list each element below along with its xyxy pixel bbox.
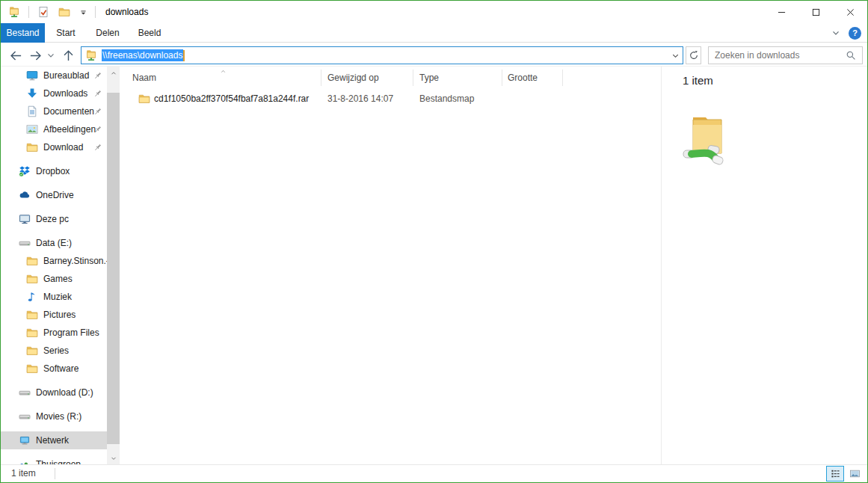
ribbon-tab-bar: Bestand Start Delen Beeld (1, 23, 867, 43)
column-header-grootte[interactable]: Grootte (508, 73, 538, 83)
sidebar-item-label: Thuisgroep (36, 459, 81, 464)
sidebar-scrollbar[interactable] (107, 67, 120, 464)
network-folder-large-icon (678, 110, 741, 173)
help-button[interactable]: ? (849, 27, 861, 40)
up-button[interactable] (59, 47, 77, 64)
file-row[interactable]: cd1f1050ba2ff370f54fbaf7a81a244f.rar 31-… (120, 90, 662, 107)
refresh-button[interactable] (686, 46, 701, 64)
pin-icon (93, 143, 102, 153)
folder-icon (26, 273, 38, 285)
help-glyph: ? (852, 28, 858, 37)
sidebar-item-dropbox[interactable]: Dropbox (1, 162, 107, 180)
search-input[interactable] (709, 50, 846, 61)
caption-buttons (764, 1, 867, 23)
column-divider[interactable] (321, 70, 321, 86)
tab-bestand[interactable]: Bestand (1, 23, 45, 43)
qat-customize-button[interactable] (77, 4, 89, 20)
details-view-button[interactable] (826, 466, 844, 482)
desktop-icon (26, 70, 38, 81)
sidebar-item-documenten[interactable]: Documenten (1, 102, 107, 120)
file-type: Bestandsmap (419, 93, 474, 104)
pin-icon (93, 71, 102, 81)
sidebar-item-movies-r[interactable]: Movies (R:) (1, 407, 107, 425)
sidebar-item-games[interactable]: Games (1, 270, 107, 288)
chevron-down-icon (110, 455, 117, 462)
sidebar-item-label: Muziek (43, 292, 72, 302)
sidebar-item-label: Pictures (43, 310, 76, 320)
search-icon[interactable] (846, 50, 856, 61)
tab-beeld[interactable]: Beeld (129, 23, 170, 43)
sidebar-item-series[interactable]: Series (1, 342, 107, 360)
sidebar-item-barney-stinson[interactable]: Barney.Stinson.- (1, 252, 107, 270)
sidebar-item-data-e[interactable]: Data (E:) (1, 234, 107, 252)
drive-icon (19, 410, 31, 422)
download-arrow-icon (26, 87, 38, 99)
sidebar-item-download-d[interactable]: Download (D:) (1, 384, 107, 402)
sidebar-item-label: Series (43, 345, 69, 356)
window-title: downloads (105, 7, 148, 17)
sidebar-item-afbeeldingen[interactable]: Afbeeldingen (1, 120, 107, 138)
recent-locations-button[interactable] (46, 50, 56, 61)
tab-delen[interactable]: Delen (87, 23, 129, 43)
sidebar-item-downloads[interactable]: Downloads (1, 84, 107, 102)
sidebar-item-label: Download (D:) (36, 387, 93, 398)
scroll-up-button[interactable] (107, 67, 120, 79)
close-button[interactable] (833, 1, 867, 23)
sidebar-item-deze-pc[interactable]: Deze pc (1, 210, 107, 228)
sidebar-item-label: Games (43, 274, 73, 284)
sidebar-item-label: Downloads (43, 88, 87, 99)
forward-button[interactable] (26, 47, 44, 64)
sidebar-item-label: Afbeeldingen (43, 124, 96, 135)
sidebar-item-muziek[interactable]: Muziek (1, 288, 107, 306)
pin-icon (93, 125, 102, 135)
file-name: cd1f1050ba2ff370f54fbaf7a81a244f.rar (154, 93, 309, 104)
sidebar-item-label: Netwerk (36, 435, 69, 446)
column-divider[interactable] (502, 70, 502, 86)
drive-icon (19, 387, 31, 399)
column-header-type[interactable]: Type (419, 73, 439, 83)
column-header-naam[interactable]: Naam (132, 73, 156, 83)
back-arrow-icon (10, 49, 22, 62)
sidebar-item-download[interactable]: Download (1, 138, 107, 156)
large-icons-view-button[interactable] (846, 466, 864, 482)
qat-new-folder-button[interactable] (56, 4, 73, 20)
pin-icon (93, 89, 102, 99)
customize-dropdown-icon (79, 7, 88, 17)
sidebar-item-program-files[interactable]: Program Files (1, 324, 107, 342)
address-bar[interactable]: \\freenas\downloads (81, 46, 683, 64)
file-list: Naam Gewijzigd op Type Grootte cd1f1050b… (120, 67, 662, 464)
sidebar-item-thuisgroep[interactable]: Thuisgroep (1, 455, 107, 464)
sidebar-item-pictures[interactable]: Pictures (1, 306, 107, 324)
qat-properties-button[interactable] (35, 4, 52, 20)
sidebar-item-bureaublad[interactable]: Bureaublad (1, 67, 107, 84)
column-divider[interactable] (562, 70, 563, 86)
statusbar-item-count: 1 item (11, 465, 36, 482)
address-dropdown-button[interactable] (668, 47, 683, 64)
maximize-button[interactable] (798, 1, 833, 23)
column-header-gewijzigd-op[interactable]: Gewijzigd op (327, 73, 379, 83)
sidebar-item-label: Data (E:) (36, 238, 72, 248)
pin-icon (93, 107, 102, 117)
back-button[interactable] (7, 47, 25, 64)
column-divider[interactable] (413, 70, 413, 86)
folder-icon (26, 363, 38, 375)
pictures-icon (26, 123, 38, 135)
document-icon (26, 105, 38, 117)
view-switcher (826, 466, 864, 482)
address-input[interactable]: \\freenas\downloads (102, 49, 183, 61)
expand-ribbon-chevron-icon[interactable] (831, 28, 841, 38)
sidebar-item-netwerk[interactable]: Netwerk (1, 431, 107, 449)
search-box (708, 46, 863, 64)
scroll-down-button[interactable] (107, 452, 120, 464)
sidebar-item-onedrive[interactable]: OneDrive (1, 186, 107, 204)
sidebar-item-software[interactable]: Software (1, 360, 107, 378)
status-bar: 1 item (1, 464, 867, 482)
details-item-count: 1 item (683, 74, 713, 87)
minimize-icon (778, 8, 786, 16)
network-folder-icon (8, 6, 20, 18)
tab-start[interactable]: Start (45, 23, 87, 43)
music-icon (26, 291, 38, 303)
minimize-button[interactable] (764, 1, 798, 23)
scrollbar-thumb[interactable] (107, 93, 120, 444)
sidebar-item-label: Software (43, 363, 79, 374)
